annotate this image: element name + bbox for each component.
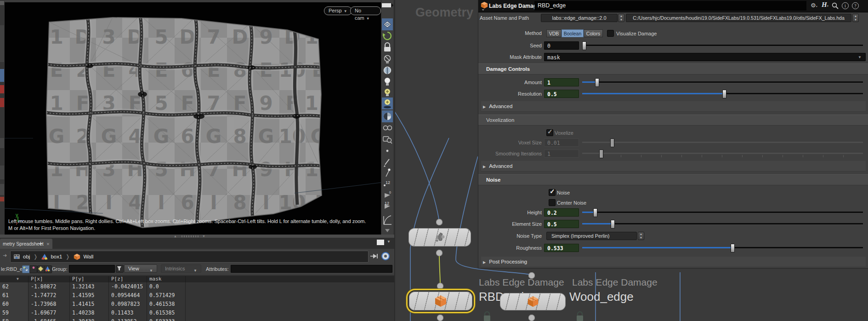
marker-flag-icon[interactable]: 0	[385, 191, 391, 198]
seed-field[interactable]: 0	[544, 41, 579, 50]
asset-name-spinner[interactable]: ▲▼	[618, 14, 624, 22]
houdini-logo-icon[interactable]: H▾	[822, 1, 828, 9]
points-mode-button[interactable]	[22, 265, 30, 273]
table-row[interactable]: 60 -1.73968 1.41415 0.0987823 0.461538	[0, 300, 394, 309]
sort-icon[interactable]: ▼	[17, 276, 19, 282]
method-colors-button[interactable]: Colors	[584, 29, 603, 37]
rbd-edge-input-connector[interactable]	[437, 283, 443, 289]
headlight-icon[interactable]	[385, 78, 390, 86]
info-icon[interactable]: i	[842, 2, 849, 9]
point-numbers-icon[interactable]: 12	[384, 180, 390, 186]
rotate-view-icon[interactable]	[383, 32, 391, 40]
breadcrumb[interactable]: obj ❭ box1 ❭ Wall	[10, 251, 369, 263]
no-cam-button[interactable]: No cam▼	[350, 6, 381, 15]
lens-icon[interactable]	[384, 67, 391, 75]
gear-menu-icon[interactable]: ⚙▾	[811, 2, 817, 9]
amount-field[interactable]: 1	[544, 78, 579, 86]
method-boolean-button[interactable]: Boolean	[562, 29, 584, 37]
col-header-py[interactable]: P[y]	[70, 276, 109, 282]
lock-icon[interactable]	[384, 43, 391, 52]
smoothing-iterations-slider[interactable]	[582, 149, 863, 157]
divider-collapse-down-icon[interactable]: ▼	[202, 235, 205, 238]
center-noise-checkbox[interactable]	[549, 199, 556, 206]
col-header-pz[interactable]: P[z]	[109, 276, 147, 282]
wood-edge-node[interactable]	[500, 293, 566, 310]
wood-edge-output-connector[interactable]	[528, 315, 535, 321]
advanced-collapsed-section[interactable]: ▶Advanced	[481, 101, 866, 112]
rbd-edge-node[interactable]	[409, 292, 472, 310]
breadcrumb-box1[interactable]: box1	[51, 254, 62, 259]
breadcrumb-wall[interactable]: Wall	[83, 254, 93, 259]
close-icon[interactable]: ✕	[46, 242, 50, 246]
follow-arrow-icon[interactable]: ➜	[3, 252, 7, 258]
method-vdb-button[interactable]: VDB	[546, 29, 562, 37]
labs-cube-icon[interactable]	[480, 1, 488, 11]
pin-path-icon[interactable]	[370, 253, 379, 259]
section-damage-controls[interactable]: Damage Controls	[478, 63, 868, 75]
section-noise[interactable]: Noise	[478, 174, 868, 185]
roughness-field[interactable]: 0.533	[544, 244, 579, 252]
primitive-numbers-icon[interactable]: 12	[385, 201, 390, 209]
smoothing-iterations-field[interactable]: 1	[544, 149, 579, 158]
node-input-connector[interactable]	[436, 219, 443, 225]
roughness-slider[interactable]	[582, 244, 863, 252]
no-lights-icon[interactable]	[385, 56, 391, 64]
node-output-connector[interactable]	[436, 250, 443, 256]
voxel-size-field[interactable]: 0.01	[544, 138, 579, 147]
intrinsics-dropdown[interactable]: Intrinsics▼	[161, 264, 201, 273]
section-voxelization[interactable]: Voxelization	[478, 115, 868, 126]
noise-type-spinner[interactable]: ▲▼	[638, 232, 644, 240]
vertices-mode-button[interactable]	[29, 265, 37, 273]
view-dropdown[interactable]: View▼	[124, 264, 157, 273]
ramp-icon[interactable]	[384, 216, 391, 224]
node-name-field[interactable]: RBD_edge	[534, 1, 806, 11]
col-header-px[interactable]: P[x]	[28, 276, 70, 282]
element-size-slider[interactable]	[582, 220, 863, 228]
divider-collapse-up-icon[interactable]: ▲	[174, 235, 177, 238]
amount-slider[interactable]	[582, 78, 863, 86]
brush-icon[interactable]	[384, 159, 389, 167]
breadcrumb-obj[interactable]: obj	[23, 254, 30, 259]
table-row[interactable]: 59 -1.69677 1.40238 0.11433 0.615385	[0, 309, 394, 318]
toolbar-more-icon[interactable]	[385, 229, 390, 232]
advanced-collapsed-section[interactable]: ▶Advanced	[481, 161, 866, 172]
view-layers-icon[interactable]	[382, 18, 393, 30]
noise-checkbox[interactable]	[549, 189, 556, 196]
selected-light-icon[interactable]	[382, 97, 393, 109]
seed-slider[interactable]	[582, 41, 863, 49]
scene-viewport[interactable]: 1D3D5D7D9D11E2E4E6E8E10E1F3F5F7F9F11G2G4…	[5, 0, 381, 235]
table-row[interactable]: 61 -1.74772 1.41595 0.0954464 0.571429	[0, 291, 394, 300]
scene-visualize-icon[interactable]	[383, 137, 392, 143]
detail-mode-button[interactable]	[44, 265, 52, 273]
pin-icon[interactable]	[386, 168, 391, 177]
sync-target-icon[interactable]	[381, 252, 390, 260]
post-processing-collapsed-section[interactable]: ▶Post Processing	[481, 257, 866, 267]
element-size-field[interactable]: 0.5	[544, 220, 579, 228]
tab-geometry-spreadsheet[interactable]: metry Spreadsheet✕	[0, 239, 52, 249]
new-tab-button[interactable]: +	[39, 239, 43, 247]
height-field[interactable]: 0.2	[544, 208, 579, 217]
table-row[interactable]: 62 -1.80872 1.32143 -0.0424015 0.0	[0, 282, 394, 292]
smooth-shaded-icon[interactable]	[382, 110, 393, 122]
height-slider[interactable]	[582, 208, 863, 216]
attributes-input[interactable]	[231, 265, 392, 273]
resolution-slider[interactable]	[582, 90, 863, 97]
rbd-edge-output-connector[interactable]	[437, 315, 443, 321]
pane-menu-icon[interactable]: ▼	[387, 240, 391, 244]
asset-path-spinner[interactable]: ▲▼	[852, 14, 859, 22]
resolution-field[interactable]: 0.5	[544, 90, 579, 98]
visualize-damage-checkbox[interactable]	[607, 30, 614, 37]
voxel-size-slider[interactable]	[582, 138, 863, 146]
asset-name-dropdown[interactable]: labs::edge_damage::2.0	[541, 14, 618, 22]
voxelize-checkbox[interactable]	[546, 129, 553, 136]
help-icon[interactable]: ?	[852, 2, 859, 9]
point-attribute-table[interactable]: ▼ P[x] P[y] P[z] mask 62 -1.80872 1.3214…	[0, 275, 394, 321]
visualize-icon[interactable]	[384, 126, 392, 130]
asset-path-field[interactable]: C:/Users/hjc/Documents/houdini19.0/SideF…	[626, 14, 851, 22]
group-input[interactable]	[69, 265, 115, 273]
persp-camera-button[interactable]: Persp▼	[324, 6, 352, 15]
col-header-mask[interactable]: mask	[147, 276, 186, 282]
add-light-icon[interactable]	[385, 89, 390, 96]
mask-menu-icon[interactable]: ▼	[858, 55, 862, 59]
wood-edge-input-connector[interactable]	[528, 272, 535, 279]
